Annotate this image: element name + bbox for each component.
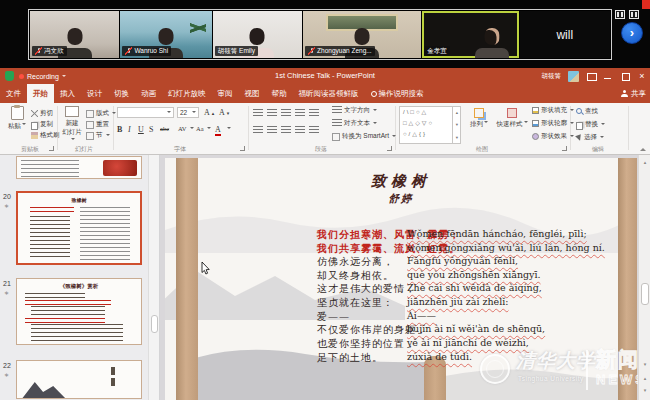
account-avatar[interactable] bbox=[568, 71, 579, 82]
tab-view[interactable]: 视图 bbox=[239, 84, 266, 103]
collapse-ribbon-icon[interactable] bbox=[640, 145, 646, 151]
align-right-icon[interactable] bbox=[281, 126, 291, 135]
underline-button[interactable]: U bbox=[138, 125, 144, 134]
strikethrough-button[interactable]: abc bbox=[160, 125, 169, 132]
slide-thumbnail-19[interactable] bbox=[16, 156, 142, 179]
bullets-icon[interactable] bbox=[253, 109, 263, 118]
poem-line[interactable]: 我们分担寒潮、风雷、霹雳；Wǒmen fēndān háncháo, fēngl… bbox=[165, 228, 637, 242]
bold-button[interactable]: B bbox=[117, 125, 122, 134]
next-participants-button[interactable]: › bbox=[621, 22, 643, 44]
poem-line[interactable]: 不仅爱你伟岸的身躯，bùjǐn ài nǐ wěi'àn de shēnqū, bbox=[165, 323, 637, 337]
scroll-down-icon[interactable]: ▾ bbox=[639, 361, 650, 367]
minimize-button[interactable] bbox=[603, 71, 613, 81]
quick-styles-button[interactable]: 快速样式 bbox=[496, 106, 528, 129]
gallery-view-icon[interactable] bbox=[615, 10, 625, 19]
paragraph-dialog-launcher[interactable] bbox=[387, 146, 392, 151]
tab-file[interactable]: 文件 bbox=[0, 84, 27, 103]
new-slide-button[interactable]: 新建 幻灯片 bbox=[60, 106, 84, 144]
columns-icon[interactable] bbox=[309, 126, 319, 135]
cut-button[interactable]: 剪切 bbox=[31, 109, 53, 118]
expand-view-icon[interactable] bbox=[629, 10, 639, 19]
tab-review[interactable]: 审阅 bbox=[212, 84, 239, 103]
shapes-gallery-scroll[interactable]: ▴▾▾ bbox=[452, 106, 461, 144]
align-center-icon[interactable] bbox=[267, 126, 277, 135]
participant-tile[interactable]: 胡筱箐 Emily bbox=[213, 11, 302, 58]
slide-thumbnail-21[interactable]: 《致橡树》赏析 bbox=[16, 278, 142, 345]
text-shadow-button[interactable]: S bbox=[149, 125, 153, 134]
increase-indent-icon[interactable] bbox=[295, 109, 305, 118]
scrollbar-thumb[interactable] bbox=[151, 315, 158, 333]
canvas-scrollbar[interactable]: ▴ ▾ ▴ ▾ bbox=[638, 155, 650, 400]
tab-foxit-reader[interactable]: 福昕阅读器领鲜版 bbox=[293, 84, 365, 103]
tab-help[interactable]: 帮助 bbox=[266, 84, 293, 103]
tab-insert[interactable]: 插入 bbox=[54, 84, 81, 103]
clipboard-dialog-launcher[interactable] bbox=[49, 146, 54, 151]
shape-effects-button[interactable]: 形状效果 bbox=[532, 132, 574, 141]
participant-tile[interactable]: Wanruo Shi bbox=[120, 11, 211, 58]
arrange-button[interactable]: 排列 bbox=[466, 106, 492, 129]
slide-thumbnail-20-selected[interactable]: 致橡树 bbox=[16, 191, 142, 265]
tab-home[interactable]: 开始 bbox=[27, 84, 54, 103]
poem-line[interactable]: 也爱你坚持的位置，yě ài nǐ jiānchí de wèizhì, bbox=[165, 337, 637, 351]
drawing-dialog-launcher[interactable] bbox=[562, 146, 567, 151]
tab-design[interactable]: 设计 bbox=[81, 84, 108, 103]
poem-line[interactable]: 坚贞就在这里：jiānzhēn jiù zài zhèlǐ: bbox=[165, 296, 637, 310]
find-button[interactable]: 查找 bbox=[576, 107, 598, 116]
poem-line[interactable]: 爱——Ài—— bbox=[165, 310, 637, 324]
font-color-button[interactable]: A bbox=[215, 125, 221, 136]
ribbon-display-options-button[interactable] bbox=[586, 71, 596, 81]
account-user-name[interactable]: 胡筱箐 bbox=[542, 72, 562, 81]
slide-thumbnail-22[interactable] bbox=[16, 360, 142, 399]
poem-line[interactable]: 仿佛永远分离，Fǎngfú yǒngyuǎn fēnlí, bbox=[165, 255, 637, 269]
restore-button[interactable] bbox=[620, 71, 630, 81]
align-text-button[interactable]: 对齐文本 bbox=[332, 119, 377, 128]
participant-tile[interactable]: will bbox=[520, 11, 610, 58]
font-name-combo[interactable] bbox=[117, 107, 174, 118]
convert-smartart-button[interactable]: 转换为 SmartArt bbox=[332, 132, 396, 141]
section-button[interactable]: 节 bbox=[86, 131, 110, 140]
paste-button[interactable]: 粘贴 bbox=[5, 106, 29, 131]
reset-button[interactable]: 重置 bbox=[86, 120, 109, 129]
next-slide-button[interactable]: ▾ bbox=[639, 387, 650, 393]
poem-line[interactable]: 我们共享雾霭、流岚、虹霓。wǒmen gòngxiǎng wù'ǎi, liú … bbox=[165, 242, 637, 256]
close-button[interactable]: × bbox=[637, 71, 647, 81]
tab-transitions[interactable]: 切换 bbox=[108, 84, 135, 103]
participant-tile[interactable]: 冯文欣 bbox=[30, 11, 119, 58]
thumbnail-panel-scrollbar[interactable] bbox=[148, 155, 160, 400]
line-spacing-icon[interactable] bbox=[309, 109, 319, 118]
tab-animations[interactable]: 动画 bbox=[135, 84, 162, 103]
tab-slideshow[interactable]: 幻灯片放映 bbox=[162, 84, 212, 103]
replace-button[interactable]: 替换 bbox=[576, 120, 605, 129]
align-left-icon[interactable] bbox=[253, 126, 263, 135]
list-buttons-row[interactable] bbox=[253, 109, 319, 118]
participant-tile-active-speaker[interactable]: 金孝宜 bbox=[422, 11, 518, 58]
align-buttons-row[interactable] bbox=[253, 126, 319, 135]
poem-title[interactable]: 致橡树 bbox=[165, 172, 637, 191]
share-button[interactable]: 共享 bbox=[621, 84, 646, 103]
italic-button[interactable]: I bbox=[128, 125, 131, 134]
scrollbar-thumb[interactable] bbox=[641, 283, 649, 305]
tell-me-search[interactable]: 操作说明搜索 bbox=[365, 84, 430, 103]
poem-line[interactable]: 这才是伟大的爱情，Zhè cái shì wěidà de àiqíng, bbox=[165, 282, 637, 296]
text-direction-button[interactable]: 文字方向 bbox=[332, 106, 377, 115]
numbering-icon[interactable] bbox=[267, 109, 277, 118]
previous-slide-button[interactable]: ▴ bbox=[639, 375, 650, 381]
copy-button[interactable]: 复制 bbox=[31, 120, 53, 129]
font-size-combo[interactable]: 22 bbox=[177, 107, 199, 118]
font-dialog-launcher[interactable] bbox=[240, 146, 245, 151]
shape-outline-button[interactable]: 形状轮廓 bbox=[532, 119, 574, 128]
scroll-up-icon[interactable]: ▴ bbox=[639, 159, 650, 165]
shrink-font-button[interactable]: A▾ bbox=[219, 108, 229, 117]
participant-tile[interactable]: Zhongyuan Zeng... bbox=[303, 11, 421, 58]
justify-icon[interactable] bbox=[295, 126, 305, 135]
layout-button[interactable]: 版式 bbox=[86, 109, 116, 118]
font-color-caret[interactable] bbox=[226, 127, 231, 131]
change-case-button[interactable]: Aa bbox=[196, 125, 211, 132]
grow-font-button[interactable]: A▴ bbox=[204, 108, 214, 117]
poem-line[interactable]: 足下的土地。zúxià de tǔdì. bbox=[165, 351, 637, 365]
current-slide[interactable]: 致橡树 舒婷 我们分担寒潮、风雷、霹雳；Wǒmen fēndān háncháo… bbox=[165, 158, 637, 400]
poem-line[interactable]: 却又终身相依。què yòu zhōngshēn xiāngyī. bbox=[165, 269, 637, 283]
format-painter-button[interactable]: 格式刷 bbox=[31, 131, 60, 140]
character-spacing-button[interactable]: AV bbox=[178, 125, 194, 132]
poem-author[interactable]: 舒婷 bbox=[165, 192, 637, 206]
